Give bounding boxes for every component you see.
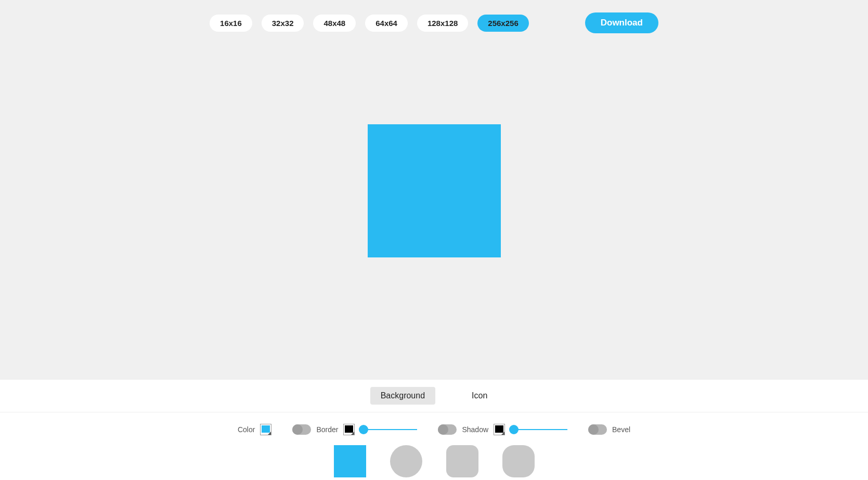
download-button[interactable]: Download (585, 12, 658, 33)
size-option-256[interactable]: 256x256 (477, 15, 528, 32)
shadow-color-swatch[interactable] (494, 424, 505, 435)
bevel-control: Bevel (588, 424, 630, 435)
canvas-area (0, 33, 868, 379)
tab-icon[interactable]: Icon (461, 387, 498, 405)
border-slider[interactable] (360, 424, 417, 435)
shadow-label: Shadow (462, 425, 488, 434)
slider-thumb-icon (509, 425, 519, 434)
size-option-128[interactable]: 128x128 (417, 15, 468, 32)
border-color-swatch[interactable] (343, 424, 355, 435)
toggle-knob-icon (438, 424, 448, 435)
slider-thumb-icon (359, 425, 368, 434)
toggle-knob-icon (292, 424, 303, 435)
border-control: Border (292, 424, 417, 435)
size-option-32[interactable]: 32x32 (262, 15, 304, 32)
panel-tabs: Background Icon (0, 380, 868, 412)
slider-track (510, 429, 567, 430)
controls-row: Color Border Shadow (0, 412, 868, 445)
shadow-toggle[interactable] (438, 424, 457, 435)
shadow-control: Shadow (438, 424, 567, 435)
shape-rounded[interactable] (446, 445, 479, 478)
rounded-square-icon (446, 445, 478, 477)
color-swatch[interactable] (260, 424, 271, 435)
border-toggle[interactable] (292, 424, 311, 435)
toggle-knob-icon (588, 424, 599, 435)
top-bar: 16x16 32x32 48x48 64x64 128x128 256x256 … (0, 0, 868, 33)
swatch-corner-icon (351, 432, 354, 435)
color-control: Color (238, 424, 271, 435)
swatch-corner-icon (501, 432, 504, 435)
squircle-icon (502, 445, 535, 477)
shape-rounded-more[interactable] (502, 445, 535, 478)
shadow-slider[interactable] (510, 424, 567, 435)
shape-options (0, 445, 868, 480)
shape-square[interactable] (333, 445, 367, 478)
slider-track (360, 429, 417, 430)
circle-icon (390, 445, 422, 477)
bevel-label: Bevel (612, 425, 630, 434)
icon-preview (368, 124, 501, 257)
size-options: 16x16 32x32 48x48 64x64 128x128 256x256 (210, 15, 529, 32)
shape-circle[interactable] (390, 445, 423, 478)
color-label: Color (238, 425, 255, 434)
bevel-toggle[interactable] (588, 424, 607, 435)
tab-background[interactable]: Background (370, 387, 435, 405)
bottom-panel: Background Icon Color Border (0, 379, 868, 480)
swatch-corner-icon (268, 432, 271, 435)
size-option-48[interactable]: 48x48 (313, 15, 356, 32)
square-icon (334, 445, 366, 477)
size-option-64[interactable]: 64x64 (365, 15, 408, 32)
size-option-16[interactable]: 16x16 (210, 15, 252, 32)
border-label: Border (316, 425, 338, 434)
